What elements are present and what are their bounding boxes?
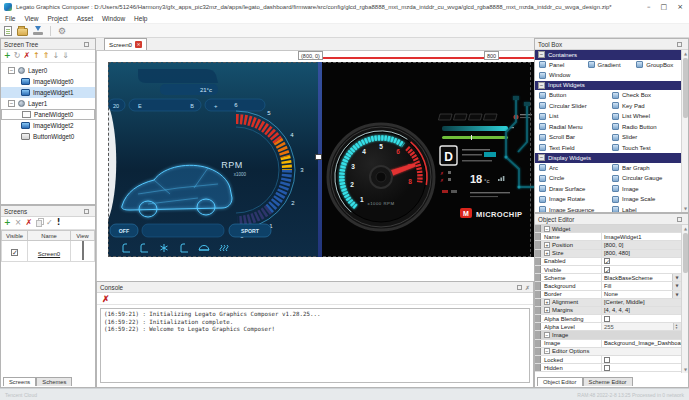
property-value[interactable] — [601, 225, 681, 232]
tree-item[interactable]: ImageWidget0 — [1, 76, 95, 87]
warning-icon[interactable]: ! — [57, 217, 61, 229]
close-panel-icon[interactable]: ✗ — [525, 284, 530, 291]
property-row[interactable]: Visible — [535, 266, 681, 274]
dropdown-arrow-icon[interactable] — [672, 282, 681, 289]
menu-item[interactable]: Asset — [77, 15, 93, 22]
property-row[interactable]: Border None — [535, 291, 681, 299]
property-row[interactable]: Background Fill — [535, 282, 681, 290]
pin-icon[interactable] — [84, 42, 89, 47]
minimize-button[interactable]: – — [647, 0, 651, 14]
tab-screen0[interactable]: Screen0 × — [104, 38, 147, 50]
toolbox-item[interactable]: Window — [535, 70, 584, 81]
scroll-down-icon[interactable]: ▼ — [682, 366, 689, 373]
toolbox-item[interactable]: Input Widgets — [535, 81, 681, 91]
add-layer-button[interactable]: + — [4, 50, 11, 62]
toolbox-item[interactable]: Display Widgets — [535, 153, 681, 163]
visible-checkbox[interactable] — [11, 249, 18, 256]
toolbox-item[interactable]: List — [535, 111, 608, 122]
toolbox-item[interactable]: Draw Surface — [535, 184, 608, 195]
toolbox-item[interactable]: Radio Button — [608, 122, 681, 133]
property-row[interactable]: Enabled — [535, 258, 681, 266]
checkbox[interactable] — [604, 365, 610, 371]
delete-icon[interactable]: ✗ — [23, 50, 30, 62]
toolbox-item[interactable]: GroupBox — [632, 60, 681, 71]
menu-item[interactable]: Project — [47, 15, 67, 22]
property-value[interactable]: Fill — [601, 282, 681, 289]
expander-icon[interactable] — [544, 250, 550, 256]
property-row[interactable]: Image Background_Image_Dashboard — [535, 340, 681, 348]
tab-close-icon[interactable]: × — [135, 41, 142, 48]
property-row[interactable]: Alpha Level 255 — [535, 323, 681, 331]
property-row[interactable]: Alignment [Center, Middle] — [535, 299, 681, 307]
toolbox-scrollbar[interactable]: ▲ ▼ — [681, 50, 688, 212]
toolbox-item[interactable]: Gradient — [584, 60, 633, 71]
tab-screens[interactable]: Screens — [3, 377, 36, 386]
pin-icon[interactable] — [517, 285, 522, 290]
checkbox[interactable] — [604, 258, 610, 264]
section-expander-icon[interactable] — [538, 51, 545, 58]
property-value[interactable] — [601, 356, 681, 363]
toolbox-item[interactable]: Image Rotate — [535, 194, 608, 205]
add-screen-button[interactable]: + — [4, 217, 11, 229]
toolbox-item[interactable]: Arc — [535, 163, 608, 174]
tab-scheme-editor[interactable]: Scheme Editor — [583, 377, 633, 386]
menu-item[interactable]: Help — [134, 15, 147, 22]
property-row[interactable]: Alpha Blending — [535, 315, 681, 323]
expander-icon[interactable] — [544, 226, 550, 232]
tree-item[interactable]: PanelWidget0 — [1, 109, 95, 120]
settings-gear-icon[interactable]: ⚙ — [58, 25, 66, 37]
menu-item[interactable]: Window — [102, 15, 125, 22]
toolbox-item[interactable]: Image Sequence — [535, 205, 608, 213]
toolbox-item[interactable]: Circular Gauge — [608, 173, 681, 184]
property-row[interactable]: Position [800, 0] — [535, 241, 681, 249]
property-row[interactable]: Size [800, 480] — [535, 250, 681, 258]
dropdown-arrow-icon[interactable] — [672, 291, 681, 298]
canvas-image-widget0[interactable]: 21°c 20 E B + — [108, 62, 320, 257]
expander-icon[interactable] — [544, 299, 550, 305]
screen-thumbnail-icon[interactable] — [82, 241, 84, 260]
property-value[interactable]: 255 — [601, 323, 681, 330]
toolbox-item[interactable]: Key Pad — [608, 101, 681, 112]
property-value[interactable]: Background_Image_Dashboard — [601, 340, 681, 347]
tree-item[interactable]: ImageWidget1 — [1, 87, 95, 98]
toolbox-item[interactable]: Circular Slider — [535, 101, 608, 112]
toolbox-item[interactable]: Containers — [535, 50, 681, 60]
design-canvas[interactable]: 21°c 20 E B + — [96, 51, 534, 281]
property-value[interactable]: [4, 4, 4, 4] — [601, 307, 681, 314]
delete-screen-icon[interactable]: ✗ — [25, 217, 32, 229]
expander-icon[interactable] — [544, 307, 550, 313]
property-row[interactable]: Name ImageWidget1 — [535, 233, 681, 241]
menu-item[interactable]: View — [24, 15, 38, 22]
expander-icon[interactable] — [544, 332, 550, 338]
tree-item[interactable]: ImageWidget2 — [1, 120, 95, 131]
toolbox-item[interactable]: Text Field — [535, 143, 608, 154]
object-editor-scrollbar[interactable]: ▲ ▼ — [681, 225, 688, 373]
toolbox-item[interactable]: List Wheel — [608, 111, 681, 122]
expander-icon[interactable] — [544, 242, 550, 248]
toolbox-item[interactable]: Touch Test — [608, 143, 681, 154]
property-value[interactable]: [800, 0] — [601, 241, 681, 248]
refresh-icon[interactable]: ↻ — [14, 50, 21, 62]
scroll-up-icon[interactable]: ▲ — [682, 50, 689, 57]
confirm-icon[interactable]: ✓ — [46, 217, 53, 229]
property-value[interactable]: None — [601, 291, 681, 298]
clear-console-icon[interactable]: ✗ — [102, 293, 110, 305]
section-expander-icon[interactable] — [538, 82, 545, 89]
scroll-down-icon[interactable]: ▼ — [682, 205, 689, 212]
toolbox-item[interactable]: Check Box — [608, 90, 681, 101]
expander-icon[interactable] — [8, 100, 15, 107]
toolbox-item[interactable]: Panel — [535, 60, 584, 71]
move-down-icon[interactable]: ↓ — [53, 50, 60, 62]
property-value[interactable] — [601, 331, 681, 338]
property-row[interactable]: Editor Options — [535, 348, 681, 356]
spinner-icon[interactable] — [673, 323, 681, 330]
remove-icon[interactable]: × — [15, 217, 22, 229]
property-value[interactable] — [601, 364, 681, 371]
checkbox[interactable] — [604, 316, 610, 322]
tree-item[interactable]: Layer0 — [1, 65, 95, 76]
property-value[interactable]: BlackBaseScheme — [601, 274, 681, 281]
property-row[interactable]: Scheme BlackBaseScheme — [535, 274, 681, 282]
toolbox-item[interactable]: Slider — [608, 132, 681, 143]
duplicate-icon[interactable] — [36, 220, 42, 227]
open-folder-icon[interactable] — [17, 28, 28, 36]
